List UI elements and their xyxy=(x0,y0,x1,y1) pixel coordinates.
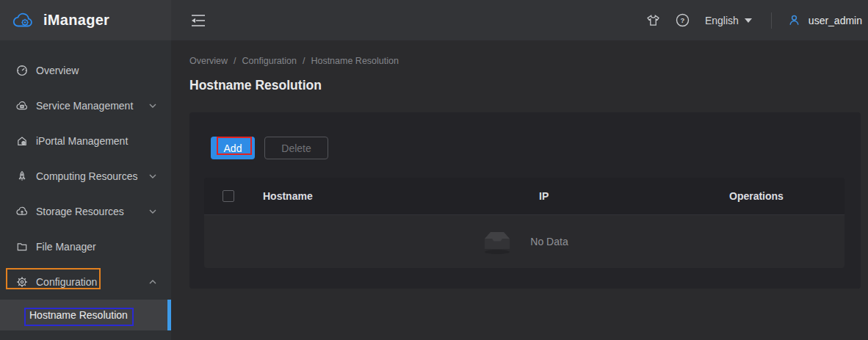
theme-skin-icon[interactable] xyxy=(645,12,662,29)
sidebar-item-label: Computing Resources xyxy=(36,170,141,182)
empty-inbox-icon xyxy=(480,228,514,255)
cloud-upload-icon xyxy=(16,206,28,217)
sidebar-item-label: Storage Resources xyxy=(36,206,141,217)
content-panel: Add Delete Hostname IP Operations No Dat… xyxy=(189,112,861,289)
column-header-ip: IP xyxy=(539,178,549,214)
home-globe-icon xyxy=(16,135,28,147)
folder-icon xyxy=(16,241,28,253)
sidebar-item-storage-resources[interactable]: Storage Resources xyxy=(0,194,171,229)
sidebar-item-service-management[interactable]: Service Management xyxy=(0,88,171,123)
breadcrumb-separator: / xyxy=(234,56,236,66)
breadcrumb-hostname-resolution: Hostname Resolution xyxy=(311,56,399,66)
column-header-operations: Operations xyxy=(729,178,784,214)
rocket-icon xyxy=(16,170,28,182)
username: user_admin xyxy=(809,15,862,26)
cloud-server-icon xyxy=(16,100,28,112)
breadcrumb: Overview / Configuration / Hostname Reso… xyxy=(189,56,399,66)
sidebar-item-hostname-resolution[interactable]: Hostname Resolution xyxy=(0,300,171,330)
chevron-up-icon xyxy=(149,280,156,284)
sidebar-item-label: File Manager xyxy=(36,241,156,253)
select-all-checkbox[interactable] xyxy=(223,190,234,202)
sidebar-item-label: Service Management xyxy=(36,100,141,112)
table-header-row: Hostname IP Operations xyxy=(204,178,845,214)
sidebar-item-configuration[interactable]: Configuration xyxy=(0,264,171,300)
sidebar-item-label: Configuration xyxy=(36,276,141,288)
column-header-hostname: Hostname xyxy=(263,178,313,214)
topbar: ? English user_admin xyxy=(171,0,868,40)
gear-icon xyxy=(16,276,28,288)
user-icon xyxy=(788,14,800,26)
chevron-down-icon xyxy=(149,174,156,178)
delete-button[interactable]: Delete xyxy=(264,137,328,159)
user-menu[interactable]: user_admin xyxy=(788,14,862,26)
toolbar: Add Delete xyxy=(211,137,328,159)
sidebar-item-label: Overview xyxy=(36,65,156,76)
sidebar-item-overview[interactable]: Overview xyxy=(0,53,171,88)
sidebar-subitem-label: Hostname Resolution xyxy=(29,309,128,321)
sidebar: iManager Overview Service Management xyxy=(0,0,171,340)
logo[interactable]: iManager xyxy=(0,0,171,40)
caret-down-icon xyxy=(745,18,752,23)
topbar-divider xyxy=(771,12,772,29)
breadcrumb-overview[interactable]: Overview xyxy=(189,56,228,66)
add-button[interactable]: Add xyxy=(211,137,255,159)
language-label: English xyxy=(705,15,739,26)
app-title: iManager xyxy=(43,12,109,29)
sidebar-nav: Overview Service Management xyxy=(0,53,171,330)
sidebar-item-computing-resources[interactable]: Computing Resources xyxy=(0,159,171,194)
help-glyph: ? xyxy=(681,16,685,24)
chevron-down-icon xyxy=(149,209,156,214)
sidebar-item-label: iPortal Management xyxy=(36,135,156,147)
dashboard-icon xyxy=(16,65,28,76)
empty-state-row: No Data xyxy=(204,214,845,268)
page-title: Hostname Resolution xyxy=(189,78,322,93)
hostname-table: Hostname IP Operations No Data xyxy=(204,178,845,268)
help-icon[interactable]: ? xyxy=(674,12,692,29)
chevron-down-icon xyxy=(149,104,156,108)
language-selector[interactable]: English xyxy=(705,15,752,26)
empty-state-text: No Data xyxy=(530,236,568,247)
breadcrumb-separator: / xyxy=(303,56,305,66)
collapse-sidebar-icon[interactable] xyxy=(189,12,207,29)
breadcrumb-configuration[interactable]: Configuration xyxy=(242,56,297,66)
cloud-gear-logo-icon xyxy=(12,12,35,29)
active-indicator-bar xyxy=(167,300,171,330)
sidebar-item-file-manager[interactable]: File Manager xyxy=(0,229,171,264)
sidebar-item-iportal-management[interactable]: iPortal Management xyxy=(0,123,171,159)
